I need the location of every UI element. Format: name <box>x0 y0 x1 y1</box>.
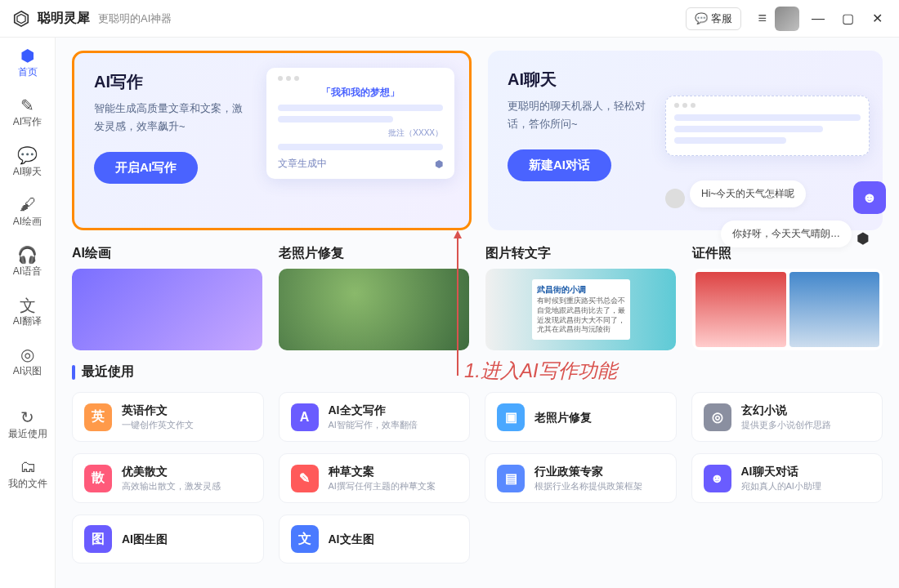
recent-card[interactable]: 图 AI图生图 <box>72 514 264 564</box>
recent-card[interactable]: 散 优美散文 高效输出散文，激发灵感 <box>72 453 264 503</box>
sidebar-item-home[interactable]: ⬢ 首页 <box>0 38 55 87</box>
tile-thumb: 武昌街的小调 有时候到重庆路买书总会不自觉地跟武昌街比去了，最近发现武昌街大大不… <box>485 269 676 350</box>
hero-writing-card[interactable]: AI写作 智能生成高质量文章和文案，激发灵感，效率飙升~ 开启AI写作 「我和我… <box>72 51 472 230</box>
tile-title: AI绘画 <box>72 245 262 262</box>
sidebar-item-label: 首页 <box>18 65 38 79</box>
recent-card[interactable]: 英 英语作文 一键创作英文作文 <box>72 392 264 442</box>
brush-icon: 🖌 <box>20 195 36 215</box>
tile-thumb <box>72 269 262 350</box>
card-title: AI图生图 <box>122 532 168 546</box>
recent-grid: 英 英语作文 一键创作英文作文A AI全文写作 AI智能写作，效率翻倍▣ 老照片… <box>72 392 883 564</box>
sidebar-item-ocr[interactable]: ◎ AI识图 <box>0 336 55 386</box>
chat-bubble-bot: 你好呀，今天天气晴朗… <box>721 220 852 247</box>
sidebar-item-label: AI翻译 <box>13 314 42 328</box>
card-icon: 图 <box>84 525 112 553</box>
card-title: 种草文案 <box>329 464 436 479</box>
annotation-text: 1.进入AI写作功能 <box>464 358 617 384</box>
sidebar-item-label: AI语音 <box>13 265 42 278</box>
history-icon: ↻ <box>20 408 34 427</box>
sidebar-item-chat[interactable]: 💬 AI聊天 <box>0 137 55 187</box>
tile-restore[interactable]: 老照片修复 <box>279 245 469 350</box>
heading-accent-bar <box>72 365 75 380</box>
card-subtitle: 宛如真人的AI小助理 <box>741 480 821 492</box>
titlebar: 聪明灵犀 更聪明的AI神器 💬 客服 ≡ — ▢ ✕ <box>0 0 899 38</box>
hex-icon: ⬢ <box>435 158 443 170</box>
hero-chat-desc: 更聪明的聊天机器人，轻松对话，答你所问~ <box>508 97 663 133</box>
close-button[interactable]: ✕ <box>866 11 888 26</box>
sidebar-item-writing[interactable]: ✎ AI写作 <box>0 87 55 137</box>
tile-idphoto[interactable]: 证件照 <box>692 245 883 350</box>
recent-card[interactable]: ✎ 种草文案 AI撰写任何主题的种草文案 <box>279 453 471 503</box>
sidebar-item-translate[interactable]: 文 AI翻译 <box>0 287 55 336</box>
ocr-note-body: 有时候到重庆路买书总会不自觉地跟武昌街比去了，最近发现武昌街大大不同了，尤其在武… <box>537 296 625 335</box>
chat-fab-icon[interactable]: ☻ <box>853 181 886 214</box>
mock-annotation: 批注（XXXX） <box>278 127 443 139</box>
user-avatar[interactable] <box>775 7 799 31</box>
tile-thumb <box>279 269 469 350</box>
home-icon: ⬢ <box>20 46 34 65</box>
minimize-button[interactable]: — <box>807 11 829 26</box>
folder-icon: 🗂 <box>20 457 36 477</box>
sidebar-item-recent[interactable]: ↻ 最近使用 <box>0 399 55 449</box>
sidebar-item-label: AI写作 <box>13 115 42 129</box>
app-name: 聪明灵犀 <box>38 10 90 27</box>
sidebar-item-label: 我的文件 <box>8 477 47 491</box>
card-title: 行业政策专家 <box>534 464 642 479</box>
app-subtitle: 更聪明的AI神器 <box>98 11 172 26</box>
support-button[interactable]: 💬 客服 <box>686 7 741 30</box>
tile-ocr[interactable]: 图片转文字 武昌街的小调 有时候到重庆路买书总会不自觉地跟武昌街比去了，最近发现… <box>485 245 676 350</box>
start-writing-button[interactable]: 开启AI写作 <box>94 152 198 184</box>
writing-mock-window: 「我和我的梦想」 批注（XXXX） 文章生成中 ⬢ <box>266 68 454 179</box>
translate-icon: 文 <box>20 295 36 314</box>
sidebar-item-label: AI绘画 <box>13 215 42 229</box>
card-icon: 文 <box>291 525 319 553</box>
card-icon: ☻ <box>704 465 731 492</box>
hero-chat-card[interactable]: AI聊天 更聪明的聊天机器人，轻松对话，答你所问~ 新建AI对话 Hi~今天的天… <box>488 51 883 230</box>
chat-bubble-icon: 💬 <box>695 12 708 24</box>
sidebar-item-label: AI识图 <box>13 364 42 378</box>
recent-card[interactable]: ☻ AI聊天对话 宛如真人的AI小助理 <box>691 453 883 503</box>
card-title: AI文生图 <box>329 532 374 546</box>
svg-marker-1 <box>17 14 25 23</box>
chat-icon: 💬 <box>17 145 38 165</box>
card-title: AI全文写作 <box>329 403 418 417</box>
recent-card[interactable]: A AI全文写作 AI智能写作，效率翻倍 <box>279 392 471 442</box>
main-content: AI写作 智能生成高质量文章和文案，激发灵感，效率飙升~ 开启AI写作 「我和我… <box>56 38 899 588</box>
hamburger-icon[interactable]: ≡ <box>758 10 767 27</box>
svg-marker-0 <box>15 11 29 25</box>
card-subtitle: AI撰写任何主题的种草文案 <box>329 480 436 492</box>
recent-card[interactable]: ▤ 行业政策专家 根据行业名称提供政策框架 <box>485 453 677 503</box>
tile-paint[interactable]: AI绘画 <box>72 245 262 350</box>
card-subtitle: AI智能写作，效率翻倍 <box>329 419 418 431</box>
annotation-line <box>457 238 458 376</box>
scan-icon: ◎ <box>20 345 34 364</box>
sidebar-item-label: 最近使用 <box>8 427 47 441</box>
card-icon: A <box>291 403 319 431</box>
bot-avatar-icon <box>665 189 685 208</box>
card-icon: ✎ <box>291 465 319 492</box>
recent-heading-label: 最近使用 <box>82 363 134 381</box>
sidebar-item-paint[interactable]: 🖌 AI绘画 <box>0 187 55 237</box>
card-icon: ▣ <box>497 403 525 431</box>
sidebar-item-voice[interactable]: 🎧 AI语音 <box>0 237 55 287</box>
chat-mock: Hi~今天的天气怎样呢 你好呀，今天天气晴朗… ⬢ <box>665 96 870 256</box>
hero-writing-desc: 智能生成高质量文章和文案，激发灵感，效率飙升~ <box>94 100 249 136</box>
ocr-note-title: 武昌街的小调 <box>537 284 625 295</box>
card-title: 玄幻小说 <box>741 403 831 417</box>
sidebar-item-label: AI聊天 <box>13 165 42 179</box>
card-title: 老照片修复 <box>534 410 592 425</box>
sidebar-item-files[interactable]: 🗂 我的文件 <box>0 449 55 499</box>
tile-title: 老照片修复 <box>279 245 469 262</box>
sidebar: ⬢ 首页 ✎ AI写作 💬 AI聊天 🖌 AI绘画 🎧 AI语音 文 AI翻译 … <box>0 38 56 588</box>
new-chat-button[interactable]: 新建AI对话 <box>508 149 611 181</box>
mock-doc-title: 「我和我的梦想」 <box>278 86 443 100</box>
mock-status: 文章生成中 <box>278 157 327 171</box>
maximize-button[interactable]: ▢ <box>837 11 858 26</box>
card-icon: 散 <box>84 465 112 492</box>
pen-icon: ✎ <box>20 96 34 115</box>
chat-bubble-user: Hi~今天的天气怎样呢 <box>690 180 806 207</box>
recent-card[interactable]: ◎ 玄幻小说 提供更多小说创作思路 <box>691 392 883 442</box>
recent-card[interactable]: 文 AI文生图 <box>279 514 471 564</box>
recent-card[interactable]: ▣ 老照片修复 <box>485 392 677 442</box>
hero-chat-title: AI聊天 <box>508 69 863 91</box>
